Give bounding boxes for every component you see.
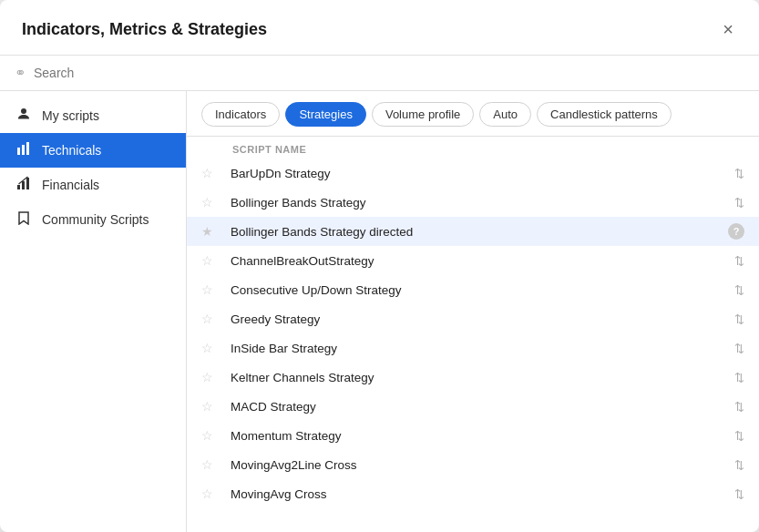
search-bar: ⚭ [0,56,759,91]
script-row[interactable]: ★Bollinger Bands Strategy directed⇅? [187,217,759,246]
star-icon[interactable]: ☆ [201,370,223,384]
modal-header: Indicators, Metrics & Strategies × [0,0,759,56]
script-name: MovingAvg2Line Cross [231,458,729,472]
svg-rect-0 [17,148,20,155]
sidebar-item-label: My scripts [42,108,99,123]
script-row[interactable]: ☆Momentum Strategy⇅ [187,421,759,450]
sort-icon: ⇅ [734,254,744,268]
script-list-header: Script Name [187,137,759,159]
script-row[interactable]: ☆MovingAvg Cross⇅ [187,479,759,508]
star-icon[interactable]: ☆ [201,166,223,180]
person-icon [15,107,33,125]
script-row[interactable]: ☆MACD Strategy⇅ [187,392,759,421]
tab-candlestick-patterns[interactable]: Candlestick patterns [537,102,672,127]
script-name: Consecutive Up/Down Strategy [231,283,729,297]
script-name: Bollinger Bands Strategy [231,196,729,210]
tab-indicators[interactable]: Indicators [201,102,280,127]
sort-icon: ⇅ [734,342,744,355]
sidebar: My scripts Technicals [0,91,187,532]
svg-rect-3 [17,185,20,189]
script-row[interactable]: ☆Greedy Strategy⇅ [187,304,759,333]
script-name: Keltner Channels Strategy [231,371,729,384]
sidebar-item-my-scripts[interactable]: My scripts [0,98,186,133]
star-icon[interactable]: ☆ [201,341,223,355]
svg-rect-4 [22,181,25,189]
script-name: Momentum Strategy [231,429,729,443]
sort-icon: ⇅ [734,167,744,180]
star-icon[interactable]: ★ [201,224,223,239]
sort-icon: ⇅ [734,371,744,384]
star-icon[interactable]: ☆ [201,428,223,443]
script-name: Bollinger Bands Strategy directed [231,225,729,239]
script-row[interactable]: ☆InSide Bar Strategy⇅ [187,333,759,363]
search-icon: ⚭ [15,65,26,81]
tab-volume-profile[interactable]: Volume profile [372,102,474,127]
tabs-row: Indicators Strategies Volume profile Aut… [187,91,759,137]
script-row[interactable]: ☆BarUpDn Strategy⇅ [187,159,759,188]
script-name: BarUpDn Strategy [231,167,729,180]
star-icon[interactable]: ☆ [201,486,223,501]
script-row[interactable]: ☆ChannelBreakOutStrategy⇅ [187,246,759,275]
script-row[interactable]: ☆MovingAvg2Line Cross⇅ [187,450,759,479]
sidebar-item-community-scripts[interactable]: Community Scripts [0,202,186,237]
script-name: InSide Bar Strategy [231,342,729,355]
bookmark-icon [15,210,33,229]
script-name: Greedy Strategy [231,312,729,326]
svg-rect-1 [22,145,25,155]
sort-icon: ⇅ [734,487,744,501]
sort-icon: ⇅ [734,400,744,414]
star-icon[interactable]: ☆ [201,399,223,414]
sidebar-item-label: Technicals [42,143,101,158]
sort-icon: ⇅ [734,283,744,297]
star-icon[interactable]: ☆ [201,457,223,472]
svg-rect-5 [26,178,29,189]
search-input[interactable] [34,66,744,80]
tab-strategies[interactable]: Strategies [285,102,366,127]
sidebar-item-label: Financials [42,178,99,192]
tab-auto[interactable]: Auto [479,102,531,127]
scripts-container: ☆BarUpDn Strategy⇅☆Bollinger Bands Strat… [187,159,759,508]
sidebar-item-technicals[interactable]: Technicals [0,133,186,168]
sidebar-item-financials[interactable]: Financials [0,168,186,202]
main-content: Indicators Strategies Volume profile Aut… [187,91,759,532]
script-row[interactable]: ☆Bollinger Bands Strategy⇅ [187,188,759,217]
sidebar-item-label: Community Scripts [42,212,149,227]
help-icon[interactable]: ? [728,223,744,240]
star-icon[interactable]: ☆ [201,312,223,326]
star-icon[interactable]: ☆ [201,195,223,210]
sort-icon: ⇅ [734,429,744,443]
close-button[interactable]: × [719,18,737,40]
script-name: ChannelBreakOutStrategy [231,254,729,268]
star-icon[interactable]: ☆ [201,253,223,268]
script-row[interactable]: ☆Consecutive Up/Down Strategy⇅ [187,275,759,304]
script-list: Script Name ☆BarUpDn Strategy⇅☆Bollinger… [187,137,759,532]
star-icon[interactable]: ☆ [201,282,223,297]
bar-chart-icon [15,141,33,159]
script-name: MACD Strategy [231,400,729,414]
script-name: MovingAvg Cross [231,487,729,501]
modal-container: Indicators, Metrics & Strategies × ⚭ My … [0,0,759,532]
sort-icon: ⇅ [734,458,744,472]
modal-title: Indicators, Metrics & Strategies [22,20,267,39]
financials-icon [15,176,33,194]
modal-body: My scripts Technicals [0,91,759,532]
sort-icon: ⇅ [734,196,744,210]
sort-icon: ⇅ [734,312,744,326]
svg-rect-2 [26,142,29,155]
script-row[interactable]: ☆Keltner Channels Strategy⇅ [187,363,759,392]
